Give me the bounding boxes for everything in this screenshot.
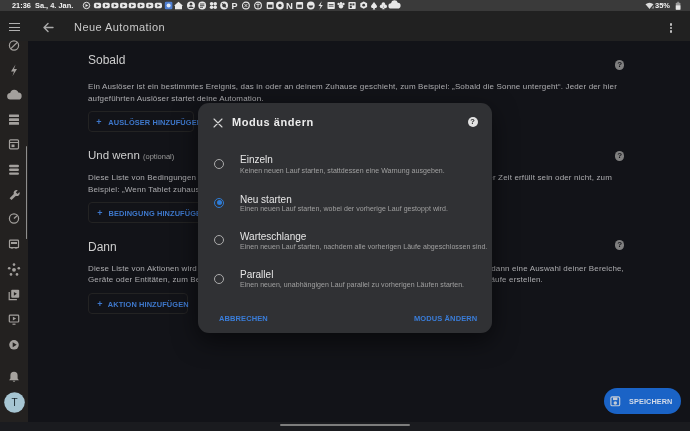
svg-text:P: P — [232, 1, 238, 11]
svg-text:N: N — [286, 0, 293, 11]
svg-text:T: T — [11, 397, 17, 408]
